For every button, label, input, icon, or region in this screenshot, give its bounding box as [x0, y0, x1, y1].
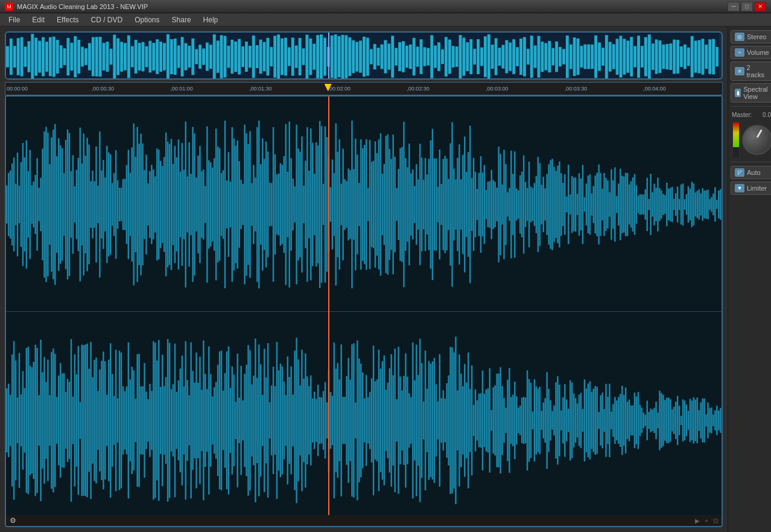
spectral-label: Spectral View — [743, 86, 769, 100]
ruler-mark-7: ,00:03:30 — [565, 86, 588, 92]
overview-playhead — [328, 33, 329, 78]
waveform-fit[interactable]: ⊡ — [713, 518, 718, 524]
stereo-button[interactable]: ◎ Stereo — [731, 30, 771, 43]
menu-effects[interactable]: Effects — [51, 14, 84, 25]
timeline-ruler: 00:00:00 ,00:00:30 ,00:01:00 ,00:01:30 ,… — [5, 82, 723, 95]
master-knob-area — [731, 122, 771, 158]
ruler-mark-6: ,00:03:00 — [486, 86, 509, 92]
main-area: 00:00:00 ,00:00:30 ,00:01:00 ,00:01:30 ,… — [0, 27, 771, 532]
limiter-button[interactable]: ▼ Limiter — [731, 182, 771, 195]
right-panel-separator — [731, 106, 771, 107]
menubar: File Edit Effects CD / DVD Options Share… — [0, 13, 771, 27]
track-divider — [6, 311, 722, 312]
waveform-settings-icon[interactable]: ⚙ — [10, 516, 16, 525]
titlebar: M MAGIX Audio Cleaning Lab 2013 - NEW.VI… — [0, 0, 771, 13]
auto-label: Auto — [747, 169, 761, 176]
vu-meter-left — [732, 122, 740, 158]
detail-waveform[interactable]: ⚙ ▶ + ⊡ — [5, 95, 723, 527]
auto-icon: ◸ — [735, 168, 744, 177]
ruler-mark-3: ,00:01:30 — [249, 86, 272, 92]
master-knob[interactable] — [742, 125, 772, 155]
ruler-mark-4: ,00:02:00 — [328, 86, 351, 92]
waveform-nav-arrow[interactable]: ▶ — [695, 518, 700, 524]
ruler-mark-0: 00:00:00 — [7, 86, 28, 92]
master-value: 0.0 — [763, 112, 771, 118]
menu-share[interactable]: Share — [166, 14, 197, 25]
maximize-button[interactable]: □ — [741, 2, 753, 11]
menu-help[interactable]: Help — [197, 14, 224, 25]
menu-options[interactable]: Options — [128, 14, 165, 25]
menu-edit[interactable]: Edit — [26, 14, 51, 25]
minimize-button[interactable]: ─ — [728, 2, 740, 11]
master-row: Master: 0.0 — [731, 110, 771, 119]
vu-meter-overlay-left — [733, 147, 739, 157]
spectral-icon: ▮ — [735, 89, 741, 97]
ruler-mark-8: ,00:04:00 — [643, 86, 666, 92]
limiter-icon: ▼ — [735, 184, 744, 192]
close-button[interactable]: ✕ — [754, 2, 766, 11]
waveform-area: 00:00:00 ,00:00:30 ,00:01:00 ,00:01:30 ,… — [0, 27, 728, 532]
overview-waveform[interactable] — [5, 31, 723, 80]
right-panel-separator-2 — [731, 162, 771, 162]
window-controls: ─ □ ✕ — [728, 2, 766, 11]
two-tracks-label: 2 tracks — [747, 64, 769, 78]
auto-button[interactable]: ◸ Auto — [731, 166, 771, 179]
ruler-mark-1: ,00:00:30 — [92, 86, 115, 92]
menu-file[interactable]: File — [2, 14, 26, 25]
stereo-label: Stereo — [747, 33, 766, 40]
volume-button[interactable]: ~ Volume — [731, 46, 771, 59]
stereo-icon: ◎ — [735, 33, 744, 41]
volume-icon: ~ — [735, 48, 744, 57]
right-panel: ◎ Stereo ~ Volume ≡ 2 tracks ▮ Spectral … — [728, 27, 771, 532]
master-label: Master: — [732, 112, 753, 118]
volume-label: Volume — [747, 49, 769, 56]
ruler-mark-5: ,00:02:30 — [407, 86, 430, 92]
ruler-mark-2: ,00:01:00 — [170, 86, 193, 92]
app-icon: M — [5, 2, 13, 11]
two-tracks-icon: ≡ — [735, 67, 744, 75]
playhead-line — [328, 97, 329, 526]
waveform-bottom-bar: ⚙ ▶ + ⊡ — [6, 515, 722, 526]
spectral-view-button[interactable]: ▮ Spectral View — [731, 83, 771, 103]
overview-canvas — [6, 33, 719, 80]
limiter-label: Limiter — [747, 185, 767, 192]
two-tracks-button[interactable]: ≡ 2 tracks — [731, 62, 771, 81]
detail-canvas — [6, 97, 722, 527]
menu-cd-dvd[interactable]: CD / DVD — [85, 14, 129, 25]
window-title: MAGIX Audio Cleaning Lab 2013 - NEW.VIP — [17, 3, 728, 10]
waveform-zoom-in[interactable]: + — [705, 518, 708, 524]
